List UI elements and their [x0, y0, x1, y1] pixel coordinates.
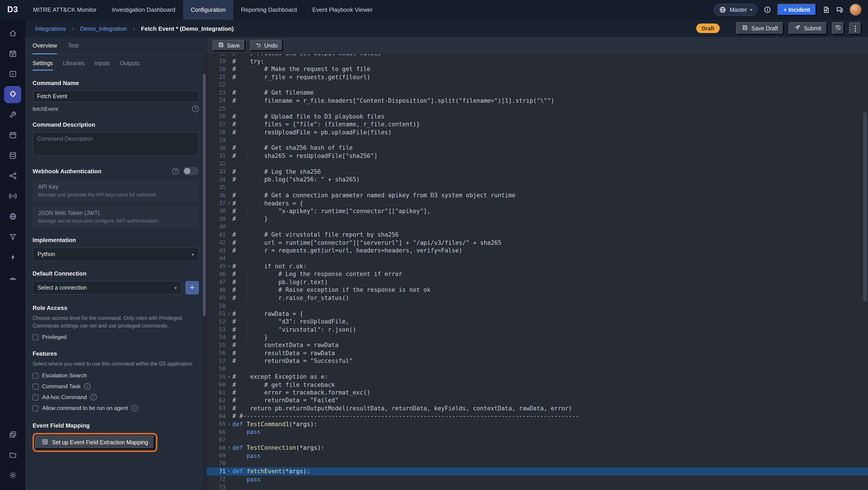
rail-item-calendar-check[interactable] [4, 45, 21, 62]
editor-save-button[interactable]: Save [213, 40, 245, 51]
info-icon[interactable]: i [90, 394, 97, 400]
help-icon[interactable]: ? [192, 106, 199, 112]
code-line-38[interactable]: 38# "x-apikey": runtime["connector"]["ap… [207, 207, 868, 215]
checkbox-ad-hoc-command[interactable] [33, 394, 38, 400]
code-line-45[interactable]: 45▾# if not r.ok: [207, 262, 868, 270]
default-connection-select[interactable]: Select a connection ▾ [33, 281, 182, 294]
code-line-55[interactable]: 55# contextData = rawData [207, 341, 868, 349]
code-line-23[interactable]: 23# # Get filename [207, 89, 868, 96]
code-line-72[interactable]: 72 pass [207, 475, 868, 483]
nav-item-investigation-dashboard[interactable]: Investigation Dashboard [104, 0, 183, 20]
code-line-52[interactable]: 52# "d3": resUploadFile, [207, 318, 868, 325]
rail-item-home[interactable] [4, 25, 21, 42]
webhook-auth-toggle[interactable] [183, 167, 199, 175]
code-line-33[interactable]: 33# # Log the sha256 [207, 168, 868, 176]
code-line-59[interactable]: 59▾# except Exception as e: [207, 373, 868, 381]
code-line-26[interactable]: 26# # Upload file to D3 playbook files [207, 112, 868, 120]
rail-item-automation[interactable] [4, 249, 21, 266]
code-line-57[interactable]: 57# returnData = "Successful" [207, 357, 868, 365]
fold-marker-icon[interactable]: ▾ [225, 375, 232, 379]
add-connection-button[interactable]: + [185, 281, 199, 294]
code-line-34[interactable]: 34# pb.log("sha256: " + sha265) [207, 176, 868, 183]
code-line-65[interactable]: 65▾def TestCommand1(*args): [207, 420, 868, 428]
tab-overview[interactable]: Overview [33, 37, 57, 54]
code-line-24[interactable]: 24# filename = r_file.headers["Content-D… [207, 96, 868, 105]
rail-item-connections[interactable] [4, 167, 21, 184]
code-line-69[interactable]: 69 pass [207, 452, 868, 460]
code-line-70[interactable]: 70 [207, 460, 868, 468]
code-line-64[interactable]: 64# #-----------------------------------… [207, 412, 868, 420]
code-line-39[interactable]: 39# } [207, 215, 868, 223]
code-line-68[interactable]: 68▾def TestConnection(*args): [207, 444, 868, 452]
master-branch-selector[interactable]: Master ▾ [713, 4, 758, 16]
code-line-46[interactable]: 46# # Log the response content if error [207, 270, 868, 278]
tab-test[interactable]: Test [68, 37, 79, 54]
rail-item-data[interactable] [4, 147, 21, 164]
code-line-43[interactable]: 43# r = requests.get(url=url, headers=he… [207, 247, 868, 255]
code-line-49[interactable]: 49# r.raise_for_status() [207, 294, 868, 302]
subtab-inputs[interactable]: Inputs [94, 54, 110, 73]
history-button[interactable] [832, 22, 844, 35]
code-line-66[interactable]: 66 pass [207, 428, 868, 436]
breadcrumb-link-demo-integration[interactable]: Demo_Integration [80, 25, 127, 32]
implementation-select[interactable]: Python ▾ [33, 248, 199, 261]
rail-item-signals[interactable] [4, 269, 21, 286]
code-line-44[interactable]: 44 [207, 255, 868, 262]
code-line-73[interactable]: 73 [207, 483, 868, 490]
fold-marker-icon[interactable]: ▾ [225, 469, 232, 473]
submit-button[interactable]: Submit [788, 22, 827, 35]
info-icon[interactable]: i [131, 405, 138, 411]
subtab-settings[interactable]: Settings [33, 54, 53, 73]
code-line-60[interactable]: 60# # get file traceback [207, 381, 868, 388]
document-icon[interactable] [822, 6, 830, 13]
rail-item-files[interactable] [4, 446, 21, 464]
privileged-checkbox[interactable] [33, 334, 38, 340]
code-line-50[interactable]: 50 [207, 302, 868, 310]
code-line-63[interactable]: 63# return pb.returnOutputModel(resultDa… [207, 404, 868, 412]
checkbox-allow-command-to-be-run-on-agent[interactable] [33, 405, 38, 411]
command-description-input[interactable] [33, 132, 199, 156]
code-line-41[interactable]: 41# # Get virustotal file report by sha2… [207, 231, 868, 239]
setup-event-field-extraction-mapping-button[interactable]: Set up Event Field Extraction Mapping [35, 436, 154, 449]
fold-marker-icon[interactable]: ▾ [225, 201, 232, 205]
code-line-51[interactable]: 51▾# rawData = { [207, 310, 868, 318]
fold-marker-icon[interactable]: ▾ [225, 312, 232, 316]
code-area[interactable]: 18# # Process and set output model value… [207, 54, 868, 490]
rail-item-filters[interactable] [4, 228, 21, 246]
nav-item-reporting-dashboard[interactable]: Reporting Dashboard [233, 0, 305, 20]
subtab-libraries[interactable]: Libraries [63, 54, 85, 73]
help-icon[interactable]: ? [172, 168, 179, 174]
code-line-27[interactable]: 27# files = {"file": (filename, r_file.c… [207, 120, 868, 128]
command-name-input[interactable] [33, 90, 199, 102]
code-line-35[interactable]: 35 [207, 183, 868, 192]
new-incident-button[interactable]: + Incident [777, 4, 816, 16]
editor-scrollbar[interactable] [863, 75, 867, 487]
code-line-19[interactable]: 19# try: [207, 57, 868, 65]
fold-marker-icon[interactable]: ▾ [225, 422, 232, 426]
code-line-36[interactable]: 36# # Get a connection parameter named a… [207, 192, 868, 199]
nav-item-event-playbook-viewer[interactable]: Event Playbook Viewer [305, 0, 380, 20]
code-line-67[interactable]: 67 [207, 436, 868, 444]
rail-item-copy[interactable] [4, 426, 21, 443]
code-line-28[interactable]: 28# resUploadFile = pb.uploadFile(files) [207, 128, 868, 136]
editor-scrollbar-thumb[interactable] [863, 112, 867, 302]
code-line-71[interactable]: 71▾def fetchEvent(*args): [207, 467, 868, 475]
nav-item-configuration[interactable]: Configuration [183, 0, 234, 20]
code-line-62[interactable]: 62# returnData = "Failed" [207, 397, 868, 404]
panel-scrollbar-thumb[interactable] [203, 74, 206, 316]
info-icon[interactable]: i [84, 383, 90, 390]
d3-logo[interactable]: D3 [0, 5, 25, 15]
editor-undo-button[interactable]: Undo [250, 40, 283, 51]
fold-marker-icon[interactable]: ▾ [225, 264, 232, 268]
code-line-37[interactable]: 37▾# headers = { [207, 199, 868, 207]
rail-item-webhooks[interactable] [4, 188, 21, 205]
code-line-56[interactable]: 56# resultData = rawData [207, 349, 868, 357]
rail-item-global[interactable] [4, 208, 21, 225]
code-line-58[interactable]: 58 [207, 365, 868, 373]
rail-item-playbook[interactable] [4, 65, 21, 83]
code-line-47[interactable]: 47# pb.log(r.text) [207, 278, 868, 286]
info-icon[interactable] [764, 6, 772, 13]
code-line-22[interactable]: 22 [207, 81, 868, 89]
rail-item-integrations[interactable] [4, 86, 21, 103]
more-options-button[interactable]: ⋮ [849, 22, 862, 35]
